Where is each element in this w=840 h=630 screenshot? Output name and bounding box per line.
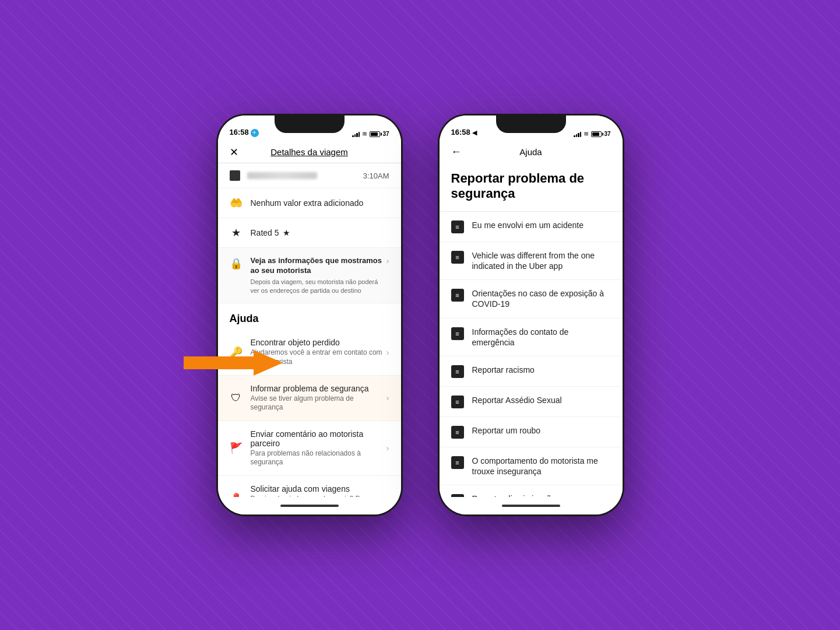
emergency-text: Informações do contato de emergência: [472, 327, 611, 348]
rating-text: Rated 5 ★: [251, 228, 290, 237]
phone-right: 16:58 ◀ ≋ 37 ← Ajuda: [438, 114, 624, 516]
chevron-right-icon: ›: [386, 256, 389, 265]
header-title: Detalhes da viagem: [270, 147, 348, 157]
arrow-indicator: [254, 350, 324, 376]
trip-icon: [230, 170, 240, 181]
battery-icon: [370, 131, 380, 137]
notch-left: [275, 116, 345, 133]
trip-help-title: Solicitar ajuda com viagens: [251, 484, 386, 494]
emergency-icon: [451, 327, 464, 340]
security-problem-subtitle: Avise se tiver algum problema de seguran…: [251, 394, 386, 412]
help-section-title: Ajuda: [218, 303, 401, 330]
help-item-accident[interactable]: Eu me envolvi em um acidente: [440, 212, 623, 242]
status-icons-left: ≋ 37: [352, 130, 389, 138]
accident-text: Eu me envolvi em um acidente: [472, 220, 584, 230]
left-screen-body: 3:10AM 🤲 Nenhum valor extra adicionado ★…: [218, 163, 401, 497]
battery-percent-right: 37: [604, 131, 610, 137]
comment-title: Enviar comentário ao motorista parceiro: [251, 429, 386, 448]
signal-icon-right: [574, 131, 581, 137]
rating-row: ★ Rated 5 ★: [218, 218, 401, 248]
harassment-icon: [451, 396, 464, 408]
driver-info-row[interactable]: 🔒 Veja as informações que mostramos ao s…: [218, 248, 401, 303]
help-header-title: Ajuda: [451, 147, 611, 157]
racism-text: Reportar racismo: [472, 365, 535, 375]
list-item-comment[interactable]: 🚩 Enviar comentário ao motorista parceir…: [218, 421, 401, 476]
racism-icon: [451, 365, 464, 378]
list-item-security-problem[interactable]: 🛡 Informar problema de segurança Avise s…: [218, 376, 401, 421]
battery-percent: 37: [382, 131, 389, 137]
lost-object-title: Encontrar objeto perdido: [251, 338, 386, 347]
help-header: ← Ajuda: [440, 141, 623, 164]
bottom-bar-left: [218, 497, 401, 514]
star-icon: ★: [230, 226, 242, 239]
location-arrow-icon: ◀: [472, 129, 477, 136]
notch-right: [496, 116, 566, 133]
accident-icon: [451, 220, 464, 233]
back-button[interactable]: ←: [451, 146, 462, 158]
help-item-racism[interactable]: Reportar racismo: [440, 356, 623, 387]
chevron-right-icon-1: ›: [386, 348, 389, 357]
flag-icon: 🚩: [230, 442, 242, 454]
wifi-icon: ≋: [362, 130, 367, 138]
comment-subtitle: Para problemas não relacionados à segura…: [251, 449, 386, 467]
no-extra-row: 🤲 Nenhum valor extra adicionado: [218, 188, 401, 218]
harassment-text: Reportar Assédio Sexual: [472, 395, 562, 405]
lock-icon: 🔒: [230, 257, 242, 270]
location-pin-icon: 📍: [230, 492, 242, 497]
bottom-bar-right: [440, 497, 623, 514]
covid-icon: [451, 289, 464, 302]
info-subtitle: Depois da viagem, seu motorista não pode…: [251, 278, 386, 295]
report-security-title: Reportar problema de segurança: [440, 164, 623, 212]
chevron-right-icon-2: ›: [386, 393, 389, 402]
help-item-vehicle[interactable]: Vehicle was different from the one indic…: [440, 242, 623, 280]
vehicle-text: Vehicle was different from the one indic…: [472, 250, 611, 271]
security-problem-title: Informar problema de segurança: [251, 384, 386, 393]
telegram-icon: ✈: [251, 129, 259, 137]
vehicle-icon: [451, 251, 464, 264]
time-left: 16:58: [230, 128, 249, 138]
signal-icon: [352, 131, 360, 137]
no-extra-text: Nenhum valor extra adicionado: [251, 198, 364, 208]
robbery-text: Reportar um roubo: [472, 425, 541, 436]
status-icons-right: ≋ 37: [574, 130, 610, 138]
home-indicator-left: [280, 505, 339, 507]
phone-left: 16:58 ✈ ≋ 37 ✕ Detalhes da viagem: [216, 114, 403, 516]
info-title: Veja as informações que mostramos ao seu…: [251, 256, 386, 276]
trip-row[interactable]: 3:10AM: [218, 163, 401, 188]
help-item-robbery[interactable]: Reportar um roubo: [440, 417, 623, 447]
shield-edit-icon: 🛡: [230, 392, 242, 404]
close-button[interactable]: ✕: [230, 146, 238, 159]
wifi-icon-right: ≋: [584, 130, 589, 138]
right-screen-body: Eu me envolvi em um acidente Vehicle was…: [440, 212, 623, 497]
hand-icon: 🤲: [230, 197, 242, 209]
list-item-trip-help[interactable]: 📍 Solicitar ajuda com viagens Precisa de…: [218, 476, 401, 497]
star-filled: ★: [283, 228, 290, 237]
help-item-insecurity[interactable]: O comportamento do motorista me trouxe i…: [440, 447, 623, 485]
chevron-right-icon-3: ›: [386, 443, 389, 453]
arrow-shape: [254, 350, 324, 376]
battery-icon-right: [591, 131, 602, 137]
trip-time: 3:10AM: [363, 172, 389, 180]
help-item-covid[interactable]: Orientações no caso de exposição à COVID…: [440, 280, 623, 318]
help-item-emergency[interactable]: Informações do contato de emergência: [440, 318, 623, 356]
robbery-icon: [451, 426, 464, 439]
insecurity-icon: [451, 456, 464, 469]
help-item-sexual-harassment[interactable]: Reportar Assédio Sexual: [440, 387, 623, 417]
help-item-discrimination[interactable]: Reportar discriminação: [440, 485, 623, 497]
time-right: 16:58: [451, 128, 470, 138]
home-indicator-right: [502, 505, 560, 507]
insecurity-text: O comportamento do motorista me trouxe i…: [472, 456, 611, 477]
trip-detail-header: ✕ Detalhes da viagem: [218, 141, 401, 163]
covid-text: Orientações no caso de exposição à COVID…: [472, 288, 611, 309]
trip-address-blurred: [247, 172, 317, 179]
